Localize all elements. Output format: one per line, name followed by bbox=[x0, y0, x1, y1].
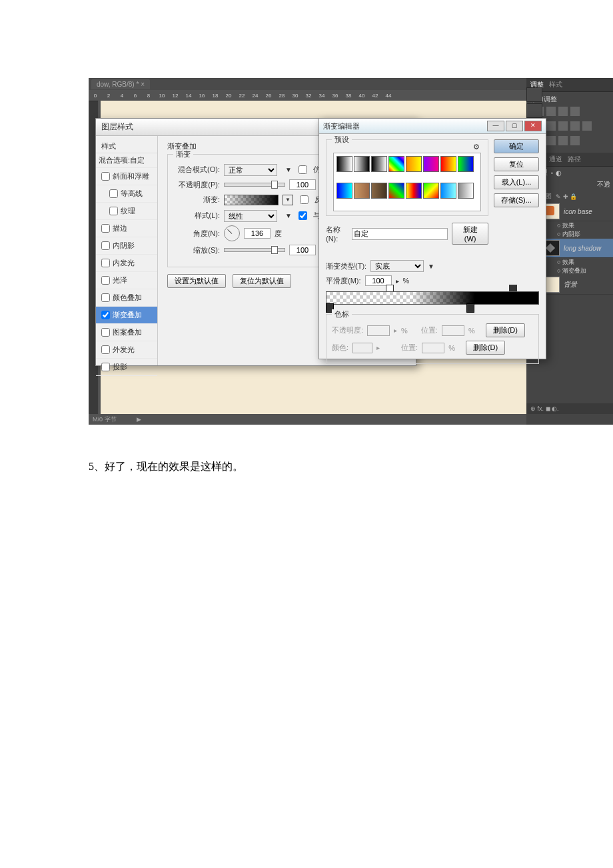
scale-input[interactable] bbox=[289, 245, 316, 255]
style-checkbox[interactable] bbox=[101, 363, 110, 371]
filter-icon[interactable]: ▫ bbox=[550, 169, 553, 177]
cancel-button[interactable]: 复位 bbox=[494, 157, 539, 171]
tab-styles[interactable]: 样式 bbox=[549, 80, 562, 89]
tab-paths[interactable]: 路径 bbox=[568, 155, 581, 164]
reverse-checkbox[interactable] bbox=[300, 195, 308, 204]
adjustment-icon[interactable] bbox=[570, 107, 580, 116]
style-checkbox[interactable] bbox=[101, 276, 110, 285]
history-icon[interactable] bbox=[526, 103, 542, 118]
close-icon[interactable]: ✕ bbox=[524, 121, 542, 131]
style-item[interactable]: 内阴影 bbox=[96, 237, 157, 255]
blend-options-item[interactable]: 混合选项:自定 bbox=[96, 153, 157, 168]
gradient-swatch[interactable] bbox=[224, 195, 279, 205]
opacity-label: 不透 bbox=[597, 180, 610, 189]
adjustment-icon[interactable] bbox=[546, 107, 556, 116]
gradient-preset[interactable] bbox=[423, 156, 439, 172]
ok-button[interactable]: 确定 bbox=[494, 139, 539, 153]
gradient-preset[interactable] bbox=[458, 183, 474, 199]
gradient-preset[interactable] bbox=[336, 156, 352, 172]
adjustment-icon[interactable] bbox=[558, 107, 568, 116]
style-checkbox[interactable] bbox=[101, 172, 110, 181]
opacity-slider[interactable] bbox=[224, 183, 285, 187]
style-checkbox[interactable] bbox=[101, 311, 110, 319]
adjustment-icon[interactable] bbox=[570, 136, 580, 145]
gradient-preset[interactable] bbox=[406, 156, 422, 172]
adjustment-icon[interactable] bbox=[582, 121, 592, 131]
style-checkbox[interactable] bbox=[101, 293, 110, 302]
style-item[interactable]: 斜面和浮雕 bbox=[96, 168, 157, 185]
gradient-preset[interactable] bbox=[388, 183, 404, 199]
gear-icon[interactable]: ⚙ bbox=[473, 143, 480, 151]
style-checkbox[interactable] bbox=[101, 241, 110, 250]
style-item[interactable]: 图案叠加 bbox=[96, 324, 157, 341]
adjustment-icon[interactable] bbox=[546, 121, 556, 131]
style-item[interactable]: 纹理 bbox=[96, 203, 157, 220]
adjustment-icon[interactable] bbox=[558, 136, 568, 145]
tab-channels[interactable]: 通道 bbox=[549, 155, 562, 164]
angle-dial[interactable] bbox=[224, 225, 240, 241]
gradient-preset[interactable] bbox=[354, 156, 370, 172]
preset-grid[interactable] bbox=[333, 153, 481, 211]
gradient-preset[interactable] bbox=[388, 156, 404, 172]
style-item[interactable]: 描边 bbox=[96, 220, 157, 237]
adjustment-icon[interactable] bbox=[546, 136, 556, 145]
gradient-preset[interactable] bbox=[440, 156, 456, 172]
style-checkbox[interactable] bbox=[109, 207, 118, 215]
maximize-icon[interactable]: ▢ bbox=[506, 121, 523, 131]
load-button[interactable]: 载入(L)... bbox=[494, 175, 539, 189]
style-checkbox[interactable] bbox=[101, 328, 110, 337]
name-input[interactable] bbox=[352, 228, 448, 240]
gradient-preset[interactable] bbox=[458, 156, 474, 172]
gradient-preset[interactable] bbox=[354, 183, 370, 199]
style-item-label: 等高线 bbox=[121, 189, 143, 199]
delete-button[interactable]: 删除(D) bbox=[486, 323, 525, 337]
gradient-bar-editor[interactable] bbox=[326, 291, 539, 305]
style-item[interactable]: 投影 bbox=[96, 359, 157, 376]
style-item[interactable]: 外发光 bbox=[96, 341, 157, 359]
gradient-preset[interactable] bbox=[336, 183, 352, 199]
style-checkbox[interactable] bbox=[101, 345, 110, 354]
style-item-label: 投影 bbox=[113, 362, 127, 372]
style-item[interactable]: 颜色叠加 bbox=[96, 289, 157, 307]
reset-default-button[interactable]: 复位为默认值 bbox=[233, 274, 291, 288]
adjustment-icon[interactable] bbox=[558, 121, 568, 131]
gradient-dropdown-icon[interactable]: ▼ bbox=[283, 195, 293, 205]
style-item[interactable]: 渐变叠加 bbox=[96, 307, 157, 324]
gradient-editor-titlebar[interactable]: 渐变编辑器 — ▢ ✕ bbox=[319, 119, 546, 134]
gradient-preset[interactable] bbox=[423, 183, 439, 199]
align-checkbox[interactable] bbox=[299, 211, 307, 220]
filter-icon[interactable]: ◐ bbox=[556, 169, 562, 177]
footer-icons[interactable]: ⊕ fx. ◼ ◐. bbox=[530, 405, 559, 412]
gradient-preset[interactable] bbox=[371, 156, 387, 172]
styles-header[interactable]: 样式 bbox=[96, 140, 157, 153]
style-checkbox[interactable] bbox=[101, 259, 110, 267]
document-tab[interactable]: dow, RGB/8) * × bbox=[91, 79, 150, 89]
scale-slider[interactable] bbox=[224, 248, 285, 252]
lock-icons[interactable]: ✎ ✚ 🔒 bbox=[556, 193, 577, 200]
status-arrow-icon[interactable]: ▶ bbox=[137, 416, 141, 423]
style-item[interactable]: 等高线 bbox=[96, 185, 157, 203]
blend-mode-select[interactable]: 正常 bbox=[224, 164, 277, 176]
style-checkbox[interactable] bbox=[109, 189, 118, 198]
gradient-bar[interactable] bbox=[326, 291, 539, 305]
angle-input[interactable] bbox=[244, 228, 271, 239]
set-default-button[interactable]: 设置为默认值 bbox=[167, 274, 226, 288]
opacity-input[interactable] bbox=[289, 179, 316, 190]
dither-checkbox[interactable] bbox=[299, 165, 307, 174]
delete-button[interactable]: 删除(D) bbox=[466, 341, 505, 355]
adjustment-icon[interactable] bbox=[570, 121, 580, 131]
style-checkbox[interactable] bbox=[101, 224, 110, 233]
gradient-preset[interactable] bbox=[371, 183, 387, 199]
type-select[interactable]: 实底 bbox=[370, 260, 424, 272]
swatches-icon[interactable] bbox=[526, 87, 542, 102]
save-button[interactable]: 存储(S)... bbox=[494, 193, 539, 207]
gradient-preset[interactable] bbox=[406, 183, 422, 199]
new-button[interactable]: 新建(W) bbox=[452, 223, 488, 245]
gradient-preset[interactable] bbox=[440, 183, 456, 199]
minimize-icon[interactable]: — bbox=[487, 121, 504, 131]
style-item[interactable]: 光泽 bbox=[96, 272, 157, 289]
color-stop[interactable] bbox=[466, 303, 474, 313]
style-item-label: 内发光 bbox=[113, 258, 135, 268]
style-item[interactable]: 内发光 bbox=[96, 255, 157, 272]
style-select[interactable]: 线性 bbox=[224, 210, 277, 222]
